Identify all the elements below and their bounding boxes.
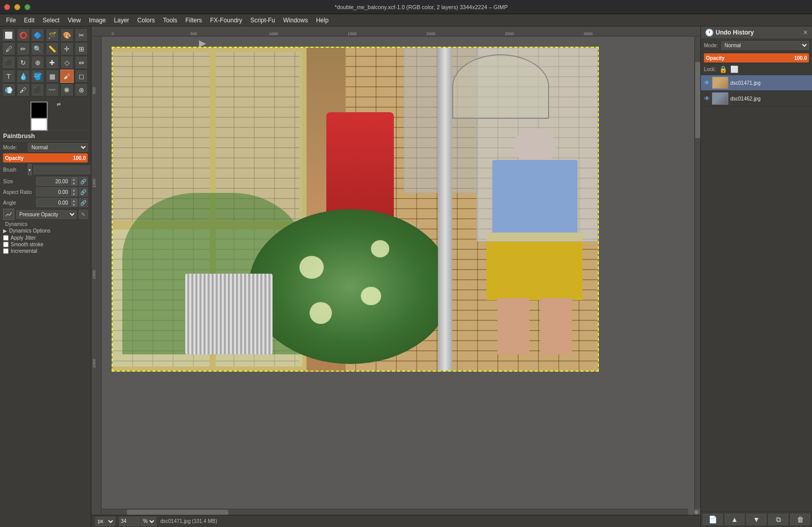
size-up-button[interactable]: ▲ (70, 177, 77, 181)
opacity-slider-container: Opacity 100.0 (3, 153, 88, 162)
scissors-tool[interactable]: ✂ (75, 28, 88, 42)
pencil-tool[interactable]: ✏ (17, 42, 30, 55)
close-button[interactable] (4, 4, 10, 10)
lower-layer-button[interactable]: ▼ (747, 514, 766, 525)
layers-opacity-slider[interactable]: Opacity 100.0 (704, 53, 809, 62)
h-scrollbar-thumb[interactable] (127, 510, 228, 515)
aspect-ratio-chain-button[interactable]: 🔗 (79, 187, 88, 196)
smudge-tool[interactable]: 〰 (46, 83, 59, 96)
layer-1-visibility-icon[interactable]: 👁 (704, 79, 710, 86)
menu-item-tools[interactable]: Tools (159, 16, 181, 25)
convolve-tool[interactable]: ❋ (60, 83, 74, 96)
layers-mode-select[interactable]: Normal Multiply Screen (721, 41, 809, 50)
zoom-input[interactable] (119, 517, 140, 526)
ellipse-select-tool[interactable]: ⭕ (17, 28, 30, 42)
text-tool[interactable]: T (2, 70, 15, 83)
angle-up-button[interactable]: ▲ (70, 199, 77, 203)
tool-options-panel: Paintbrush Mode: Normal Dissolve Multipl… (0, 130, 91, 527)
paintbrush-tool[interactable]: 🖌 (60, 70, 74, 83)
angle-down-button[interactable]: ▼ (70, 203, 77, 207)
crop-tool[interactable]: ⬛ (2, 56, 15, 69)
measure-tool[interactable]: 📏 (46, 42, 59, 55)
extra-tool[interactable]: ⊛ (75, 83, 88, 96)
menu-item-windows[interactable]: Windows (279, 16, 312, 25)
new-layer-button[interactable]: 📄 (703, 514, 723, 525)
aspect-ratio-up-button[interactable]: ▲ (70, 188, 77, 192)
free-select-tool[interactable]: 🔷 (31, 28, 44, 42)
dodge-burn-tool[interactable]: ⬛ (31, 83, 44, 96)
swap-colors-button[interactable]: ⇄ (57, 102, 61, 107)
blend-tool[interactable]: ▦ (46, 70, 59, 83)
flip-tool[interactable]: ⇔ (75, 56, 88, 69)
lock-pixels-icon[interactable]: 🔒 (719, 65, 727, 73)
bucket-fill-tool[interactable]: 🪣 (31, 70, 44, 83)
perspective-tool[interactable]: ◇ (60, 56, 74, 69)
menu-item-layer[interactable]: Layer (110, 16, 133, 25)
aspect-ratio-down-button[interactable]: ▼ (70, 192, 77, 196)
rect-select-tool[interactable]: ⬜ (2, 28, 15, 42)
size-down-button[interactable]: ▼ (70, 181, 77, 185)
canvas-image[interactable] (112, 47, 599, 372)
angle-chain-button[interactable]: 🔗 (79, 198, 88, 207)
lock-alpha-icon[interactable]: ⬜ (730, 65, 738, 73)
colorpicker-tool[interactable]: 💧 (17, 70, 30, 83)
raise-layer-button[interactable]: ▲ (725, 514, 745, 525)
rotate-tool[interactable]: ↻ (17, 56, 30, 69)
size-spinbox[interactable]: 20.00 ▲ ▼ (36, 177, 78, 186)
menu-item-script-fu[interactable]: Script-Fu (246, 16, 279, 25)
mode-select[interactable]: Normal Dissolve Multiply (28, 143, 88, 152)
foreground-color-swatch[interactable] (30, 102, 48, 119)
mode-row: Mode: Normal Dissolve Multiply (3, 143, 88, 152)
dynamics-select[interactable]: Pressure Opacity No dynamics (16, 210, 77, 219)
heal-tool[interactable]: ✚ (46, 56, 59, 69)
move-tool[interactable]: ✛ (60, 42, 74, 55)
angle-row: Angle 0.00 ▲ ▼ 🔗 (3, 198, 88, 207)
maximize-button[interactable] (24, 4, 30, 10)
unit-select[interactable]: px mm cm (95, 517, 115, 526)
size-chain-button[interactable]: 🔗 (79, 177, 88, 186)
navigate-icon[interactable]: ⊕ (694, 509, 698, 515)
align-tool[interactable]: ⊞ (75, 42, 88, 55)
layer-2-visibility-icon[interactable]: 👁 (704, 95, 710, 102)
dynamics-edit-button[interactable]: ✎ (79, 210, 88, 219)
menu-item-image[interactable]: Image (85, 16, 110, 25)
duplicate-layer-button[interactable]: ⧉ (768, 514, 788, 525)
clone-tool[interactable]: ⊕ (31, 56, 44, 69)
airbrush-tool[interactable]: 💨 (2, 83, 15, 96)
brush-label: Brush (3, 167, 26, 173)
brush-name-input[interactable]: 2. Hardness 050 (33, 166, 91, 174)
size-label: Size (3, 179, 36, 184)
menu-item-fx-foundry[interactable]: FX-Foundry (206, 16, 246, 25)
menu-item-filters[interactable]: Filters (181, 16, 206, 25)
smooth-stroke-checkbox[interactable] (3, 242, 9, 247)
eraser-tool[interactable]: ◻ (75, 70, 88, 83)
menu-item-file[interactable]: File (2, 16, 20, 25)
undo-history-close-button[interactable]: ✕ (803, 29, 808, 36)
layer-item-1[interactable]: 👁 dsc01471.jpg (701, 75, 812, 91)
menu-item-edit[interactable]: Edit (20, 16, 39, 25)
menu-item-colors[interactable]: Colors (133, 16, 159, 25)
v-scrollbar[interactable]: ⊕ (694, 37, 700, 515)
fuzzy-select-tool[interactable]: 🪄 (46, 28, 59, 42)
layer-item-2[interactable]: 👁 dsc01462.jpg (701, 91, 812, 107)
menu-item-view[interactable]: View (63, 16, 85, 25)
paths-tool[interactable]: 🖊 (2, 42, 15, 55)
delete-layer-button[interactable]: 🗑 (790, 514, 810, 525)
h-scrollbar[interactable] (101, 509, 688, 515)
minimize-button[interactable] (14, 4, 20, 10)
v-scrollbar-thumb[interactable] (695, 62, 700, 138)
zoom-tool[interactable]: 🔍 (31, 42, 44, 55)
apply-jitter-checkbox[interactable] (3, 235, 9, 241)
select-by-color-tool[interactable]: 🎨 (60, 28, 74, 42)
ink-tool[interactable]: 🖋 (17, 83, 30, 96)
menu-item-select[interactable]: Select (39, 16, 63, 25)
opacity-slider[interactable]: Opacity 100.0 (3, 153, 88, 162)
aspect-ratio-spinbox[interactable]: 0.00 ▲ ▼ (36, 187, 78, 196)
brush-preview-icon[interactable]: ● (28, 164, 31, 175)
dynamics-options-toggle[interactable]: ▶ Dynamics Options (3, 228, 88, 234)
canvas-scroll[interactable]: ▶ (101, 37, 694, 515)
angle-spinbox[interactable]: 0.00 ▲ ▼ (36, 198, 78, 207)
incremental-checkbox[interactable] (3, 248, 9, 254)
zoom-unit-select[interactable]: % (141, 517, 156, 526)
menu-item-help[interactable]: Help (312, 16, 333, 25)
